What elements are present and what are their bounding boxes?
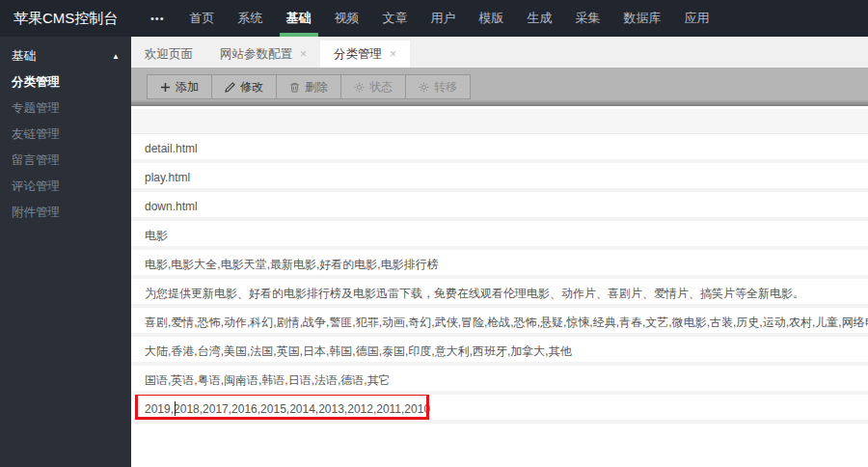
topnav-item-template[interactable]: 模版 <box>470 0 514 37</box>
topbar: 苹果CMS控制台 ••• 首页 系统 基础 视频 文章 用户 模版 生成 采集 … <box>0 0 868 37</box>
plus-icon <box>160 82 171 93</box>
tab-bar: 欢迎页面 网站参数配置 × 分类管理 × <box>131 37 868 68</box>
list-item-years[interactable]: 2019,2018,2017,2016,2015,2014,2013,2012,… <box>131 395 868 424</box>
transfer-button[interactable]: 转移 <box>406 74 471 99</box>
topnav-item-article[interactable]: 文章 <box>373 0 418 37</box>
list-item[interactable]: 电影 <box>131 221 868 250</box>
topnav-item-database[interactable]: 数据库 <box>614 0 671 37</box>
edit-button[interactable]: 修改 <box>212 74 277 99</box>
list-item[interactable]: detail.html <box>131 134 868 163</box>
delete-button[interactable]: 删除 <box>277 74 341 99</box>
more-icon[interactable]: ••• <box>150 13 165 24</box>
list-item[interactable]: play.html <box>131 163 868 192</box>
tab-category-manage[interactable]: 分类管理 × <box>320 41 410 68</box>
topnav-item-collect[interactable]: 采集 <box>566 0 610 37</box>
sidebar-item-category-manage[interactable]: 分类管理 <box>0 69 131 96</box>
gear-icon <box>419 82 429 93</box>
sidebar-item-friendlink-manage[interactable]: 友链管理 <box>0 122 131 148</box>
close-icon[interactable]: × <box>300 47 307 61</box>
sidebar: 基础 ▲ 分类管理 专题管理 友链管理 留言管理 评论管理 附件管理 <box>0 37 131 467</box>
year-list-text: 2019,2018,2017,2016,2015,2014,2013,2012,… <box>145 402 430 416</box>
list-item[interactable]: 为您提供更新电影、好看的电影排行榜及电影迅雷下载，免费在线观看伦理电影、动作片、… <box>131 279 868 308</box>
topnav-item-generate[interactable]: 生成 <box>518 0 562 37</box>
add-button[interactable]: 添加 <box>147 74 212 99</box>
app-title: 苹果CMS控制台 <box>0 10 145 28</box>
topnav-item-basic[interactable]: 基础 <box>277 0 321 37</box>
topnav-item-app[interactable]: 应用 <box>675 0 719 37</box>
pencil-icon <box>225 82 235 93</box>
list-item[interactable]: 国语,英语,粤语,闽南语,韩语,日语,法语,德语,其它 <box>131 366 868 395</box>
collapse-arrow-icon: ▲ <box>112 52 120 61</box>
sidebar-item-topic-manage[interactable]: 专题管理 <box>0 96 131 122</box>
status-button[interactable]: 状态 <box>341 74 406 99</box>
list-item[interactable]: 大陆,香港,台湾,美国,法国,英国,日本,韩国,德国,泰国,印度,意大利,西班牙… <box>131 337 868 366</box>
empty-row <box>131 109 868 134</box>
topnav-item-video[interactable]: 视频 <box>325 0 369 37</box>
tab-welcome[interactable]: 欢迎页面 <box>131 41 206 68</box>
text-cursor <box>175 401 176 416</box>
sidebar-item-message-manage[interactable]: 留言管理 <box>0 148 131 174</box>
sidebar-group-basic[interactable]: 基础 ▲ <box>0 44 131 68</box>
gear-icon <box>354 82 365 93</box>
sidebar-item-comment-manage[interactable]: 评论管理 <box>0 174 131 200</box>
sidebar-item-attachment-manage[interactable]: 附件管理 <box>0 200 131 226</box>
toolbar: 添加 修改 删除 状态 转移 <box>131 68 868 106</box>
category-list: detail.html play.html down.html 电影 电影,电影… <box>131 106 868 424</box>
toolbar-button-group: 添加 修改 删除 状态 转移 <box>147 74 471 99</box>
list-item[interactable]: down.html <box>131 192 868 221</box>
trash-icon <box>289 82 300 93</box>
main-panel: 欢迎页面 网站参数配置 × 分类管理 × 添加 修改 <box>131 37 868 467</box>
close-icon[interactable]: × <box>390 47 396 61</box>
list-item[interactable]: 喜剧,爱情,恐怖,动作,科幻,剧情,战争,警匪,犯罪,动画,奇幻,武侠,冒险,枪… <box>131 308 868 337</box>
tab-site-params[interactable]: 网站参数配置 × <box>206 41 320 68</box>
topnav-item-user[interactable]: 用户 <box>421 0 466 37</box>
topnav-item-home[interactable]: 首页 <box>180 0 225 37</box>
sidebar-group-label: 基础 <box>12 48 36 65</box>
topnav-item-system[interactable]: 系统 <box>229 0 273 37</box>
list-item[interactable]: 电影,电影大全,电影天堂,最新电影,好看的电影,电影排行榜 <box>131 250 868 279</box>
